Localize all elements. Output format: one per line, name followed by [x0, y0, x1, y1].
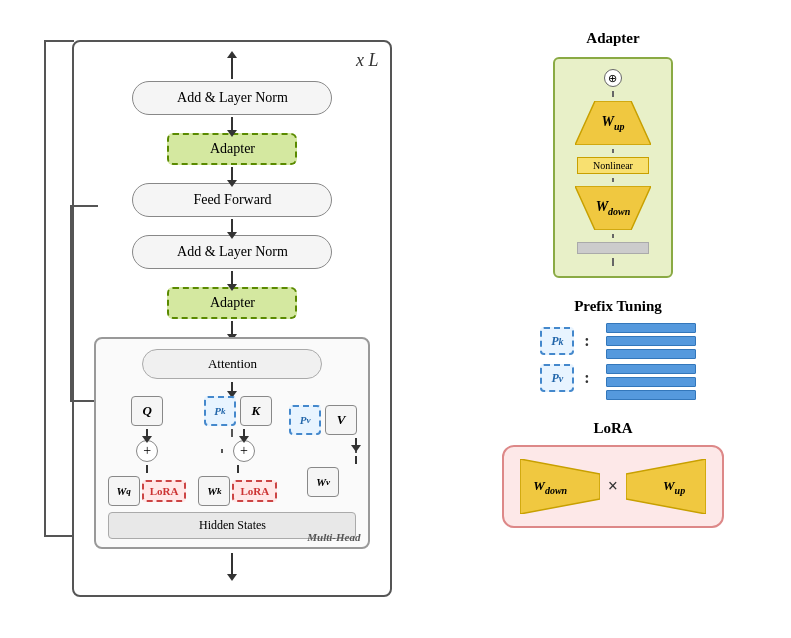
- lora-q: LoRA: [142, 480, 187, 502]
- arrow-attn: [231, 382, 233, 392]
- bar2: [606, 336, 696, 346]
- plus-k: +: [233, 440, 255, 462]
- pk-box: Pk: [204, 396, 236, 426]
- adapter-flat-bar: [577, 242, 649, 254]
- qkv-row: Q + Wq: [108, 396, 356, 506]
- multi-head-box: Multi-Head Attention Q: [94, 337, 370, 549]
- times-symbol: ×: [608, 476, 618, 497]
- pv-bars: [606, 364, 696, 400]
- pk-prefix: Pk: [540, 327, 574, 355]
- lora-wdown: Wdown: [520, 459, 600, 514]
- v-arrow: [355, 438, 357, 446]
- lora-k: LoRA: [232, 480, 277, 502]
- wup-trapezoid: Wup: [575, 101, 651, 145]
- skip-bottom-horiz-outer: [44, 535, 74, 537]
- bar3: [606, 349, 696, 359]
- v-box: V: [325, 405, 357, 435]
- skip-outer-line: [44, 40, 46, 537]
- k-box: K: [240, 396, 272, 426]
- output-arrow: [231, 57, 233, 79]
- q-box: Q: [131, 396, 163, 426]
- add-layer-norm-top: Add & Layer Norm: [132, 81, 332, 115]
- feed-forward: Feed Forward: [132, 183, 332, 217]
- lora-outer-box: Wdown × Wup: [502, 445, 724, 528]
- multi-head-label: Multi-Head: [307, 531, 360, 543]
- nonlinear-box: Nonlinear: [577, 157, 649, 174]
- pk-prefix-row: Pk :: [540, 327, 589, 355]
- lora-section: LoRA Wdown ×: [455, 420, 771, 528]
- adapter-circle: ⊕: [604, 69, 622, 87]
- wq-box: Wq: [108, 476, 140, 506]
- bar4: [606, 364, 696, 374]
- input-arrow: [231, 553, 233, 575]
- lora-wup: Wup: [626, 459, 706, 514]
- skip-top-horiz-outer: [44, 40, 74, 42]
- arrow4: [231, 271, 233, 285]
- pv-box: Pv: [289, 405, 321, 435]
- bar1: [606, 323, 696, 333]
- xl-label: x L: [356, 50, 379, 71]
- main-container: x L Add & Layer Norm Adapter Feed Forwar…: [0, 0, 791, 617]
- pv-prefix: Pv: [540, 364, 574, 392]
- k-arrow: [243, 429, 245, 437]
- attention-box: Attention: [142, 349, 322, 379]
- adapter-top: Adapter: [167, 133, 297, 165]
- lora-title: LoRA: [593, 420, 632, 437]
- q-arrow: [146, 429, 148, 437]
- pv-prefix-row: Pv :: [540, 364, 589, 392]
- plus-q: +: [136, 440, 158, 462]
- adapter-outer-box: ⊕ Wup Nonlinear: [553, 57, 673, 278]
- adapter-detail-title: Adapter: [586, 30, 639, 47]
- adapter-detail-section: Adapter ⊕ Wup Nonlinear: [455, 30, 771, 278]
- colon2: :: [584, 369, 589, 387]
- wv-box: Wv: [307, 467, 339, 497]
- pk-bars: [606, 323, 696, 359]
- colon1: :: [584, 332, 589, 350]
- arrow1: [231, 117, 233, 131]
- wk-box: Wk: [198, 476, 230, 506]
- adapter-bottom: Adapter: [167, 287, 297, 319]
- prefix-section: Prefix Tuning Pk : Pv :: [455, 298, 771, 400]
- prefix-title: Prefix Tuning: [574, 298, 662, 315]
- arrow3: [231, 219, 233, 233]
- right-panel: Adapter ⊕ Wup Nonlinear: [455, 20, 771, 597]
- add-layer-norm-bottom: Add & Layer Norm: [132, 235, 332, 269]
- arrow5: [231, 321, 233, 335]
- bar5: [606, 377, 696, 387]
- arrow2: [231, 167, 233, 181]
- bar6: [606, 390, 696, 400]
- wdown-trapezoid: Wdown: [575, 186, 651, 230]
- left-panel: x L Add & Layer Norm Adapter Feed Forwar…: [20, 20, 425, 597]
